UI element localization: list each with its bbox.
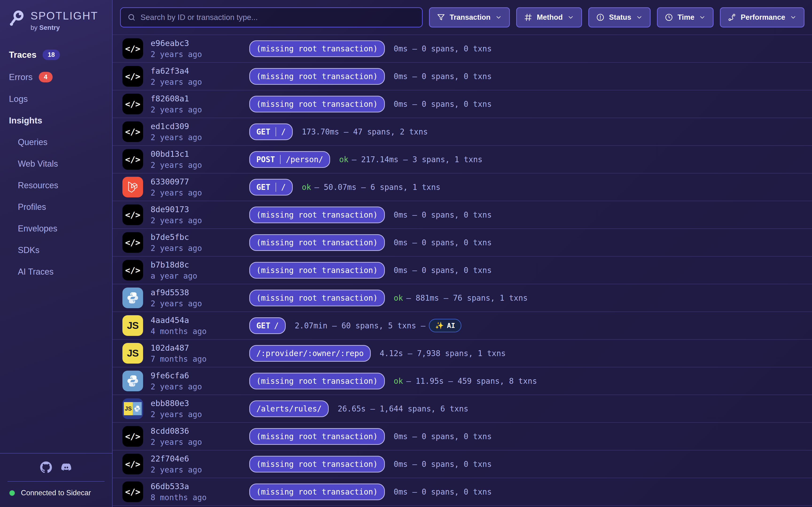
metrics-text: 0ms — 0 spans, 0 txns (394, 432, 492, 441)
trace-id: 102da487 (151, 343, 249, 352)
trace-id: e96eabc3 (151, 39, 249, 48)
sidebar-item-queries[interactable]: Queries (0, 131, 112, 153)
sidebar-item-label: SDKs (18, 245, 40, 255)
code-glyph: </> (125, 127, 140, 136)
trace-id: 8de90173 (151, 205, 249, 214)
trace-info: 9fe6cfa62 years ago (151, 371, 249, 391)
sidebar-item-envelopes[interactable]: Envelopes (0, 218, 112, 239)
filter-performance-button[interactable]: Performance (720, 7, 805, 27)
trace-id: ed1cd309 (151, 122, 249, 131)
route-icon (728, 13, 736, 21)
code-icon: </> (122, 232, 143, 253)
trace-row[interactable]: JS102da4877 months ago/:provider/:owner/… (112, 340, 812, 368)
trace-info: 8de901732 years ago (151, 205, 249, 225)
discord-icon[interactable] (60, 461, 72, 473)
trace-info: 102da4877 months ago (151, 343, 249, 363)
trace-row[interactable]: </>f82608a12 years ago(missing root tran… (112, 91, 812, 118)
app-title: SPOTLIGHT (31, 9, 98, 22)
status-ok-label: ok (339, 155, 348, 164)
js-glyph: JS (127, 348, 138, 359)
ai-label: AI (447, 322, 455, 330)
metrics-text: 0ms — 0 spans, 0 txns (394, 210, 492, 219)
filter-method-button[interactable]: Method (516, 7, 582, 27)
metrics-text: 0ms — 0 spans, 0 txns (394, 487, 492, 496)
chevron-down-icon (790, 14, 797, 21)
trace-info: ed1cd3092 years ago (151, 122, 249, 142)
path-label: / (274, 321, 279, 330)
sidebar-item-errors[interactable]: Errors4 (0, 66, 112, 88)
github-icon[interactable] (40, 461, 52, 473)
trace-age: 2 years ago (151, 188, 249, 198)
sidebar-item-profiles[interactable]: Profiles (0, 196, 112, 218)
trace-row[interactable]: </>00bd13c12 years agoPOST/person/ok— 21… (112, 146, 812, 173)
trace-row[interactable]: </>fa62f3a42 years ago(missing root tran… (112, 63, 812, 91)
trace-row[interactable]: </>22f704e62 years ago(missing root tran… (112, 450, 812, 478)
trace-metrics: ok— 217.14ms — 3 spans, 1 txns (339, 155, 483, 164)
sidebar-item-web-vitals[interactable]: Web Vitals (0, 153, 112, 175)
transaction-badge: (missing root transaction) (249, 456, 385, 472)
javascript-icon: JS (122, 315, 143, 336)
trace-age: 2 years ago (151, 216, 249, 225)
trace-metrics: 0ms — 0 spans, 0 txns (394, 460, 492, 469)
trace-row[interactable]: </>66db533a8 months ago(missing root tra… (112, 478, 812, 506)
sidebar-item-insights: Insights (0, 110, 112, 131)
trace-row[interactable]: </>e96eabc32 years ago(missing root tran… (112, 35, 812, 63)
app-logo: SPOTLIGHT by Sentry (0, 0, 112, 32)
trace-metrics: 0ms — 0 spans, 0 txns (394, 44, 492, 53)
trace-info: 00bd13c12 years ago (151, 149, 249, 170)
ai-badge: ✨AI (429, 319, 461, 332)
trace-list: </>e96eabc32 years ago(missing root tran… (112, 35, 812, 507)
sidebar-item-logs[interactable]: Logs (0, 88, 112, 110)
missing-root-transaction-label: (missing root transaction) (256, 293, 378, 302)
sidebar-item-traces[interactable]: Traces18 (0, 44, 112, 66)
code-glyph: </> (125, 432, 140, 441)
code-icon: </> (122, 38, 143, 59)
connection-status: Connected to Sidecar (0, 489, 112, 497)
trace-metrics: 0ms — 0 spans, 0 txns (394, 72, 492, 81)
filter-transaction-button[interactable]: Transaction (429, 7, 510, 27)
status-ok-label: ok (394, 293, 403, 302)
search-input[interactable] (141, 13, 415, 22)
code-glyph: </> (125, 99, 140, 109)
trace-row[interactable]: 633009772 years agoGET/ok— 50.07ms — 6 s… (112, 173, 812, 201)
trace-info: 8cdd08362 years ago (151, 426, 249, 447)
trace-age: 2 years ago (151, 465, 249, 474)
trace-age: 2 years ago (151, 382, 249, 391)
code-icon: </> (122, 205, 143, 225)
trace-row[interactable]: af9d55382 years ago(missing root transac… (112, 284, 812, 312)
trace-row[interactable]: </>8cdd08362 years ago(missing root tran… (112, 423, 812, 450)
filter-time-button[interactable]: Time (657, 7, 714, 27)
trace-age: 2 years ago (151, 438, 249, 447)
transaction-badge: (missing root transaction) (249, 40, 385, 57)
transaction-badge: (missing root transaction) (249, 234, 385, 251)
trace-row[interactable]: </>8de901732 years ago(missing root tran… (112, 201, 812, 229)
chevron-down-icon (495, 14, 502, 21)
code-icon: </> (122, 94, 143, 114)
trace-row[interactable]: </>b7de5fbc2 years ago(missing root tran… (112, 229, 812, 257)
trace-metrics: 2.07min — 60 spans, 5 txns —✨AI (295, 319, 461, 332)
metrics-text: 0ms — 0 spans, 0 txns (394, 72, 492, 81)
sidebar-item-resources[interactable]: Resources (0, 175, 112, 196)
filter-label: Status (609, 13, 631, 21)
trace-row[interactable]: </>b7b18d8ca year ago(missing root trans… (112, 257, 812, 284)
trace-row[interactable]: JS4aad454a4 months agoGET/2.07min — 60 s… (112, 312, 812, 340)
filter-status-button[interactable]: Status (588, 7, 651, 27)
trace-row[interactable]: 9fe6cfa62 years ago(missing root transac… (112, 368, 812, 395)
trace-info: ebb880e32 years ago (151, 399, 249, 419)
sidebar-item-sdks[interactable]: SDKs (0, 239, 112, 261)
trace-row[interactable]: </>ed1cd3092 years agoGET/173.70ms — 47 … (112, 118, 812, 146)
trace-metrics: 0ms — 0 spans, 0 txns (394, 266, 492, 275)
missing-root-transaction-label: (missing root transaction) (256, 238, 378, 247)
code-glyph: </> (125, 487, 140, 497)
trace-metrics: 173.70ms — 47 spans, 2 txns (302, 127, 427, 136)
trace-info: 66db533a8 months ago (151, 482, 249, 502)
trace-row[interactable]: JSebb880e32 years ago/alerts/rules/26.65… (112, 395, 812, 423)
missing-root-transaction-label: (missing root transaction) (256, 100, 378, 109)
trace-metrics: 4.12s — 7,938 spans, 1 txns (380, 349, 506, 358)
python-icon (133, 402, 142, 415)
sidebar-nav: Traces18Errors4LogsInsightsQueriesWeb Vi… (0, 32, 112, 453)
code-glyph: </> (125, 266, 140, 275)
connection-status-label: Connected to Sidecar (21, 489, 91, 497)
trace-age: 2 years ago (151, 244, 249, 253)
sidebar-item-ai-traces[interactable]: AI Traces (0, 261, 112, 283)
